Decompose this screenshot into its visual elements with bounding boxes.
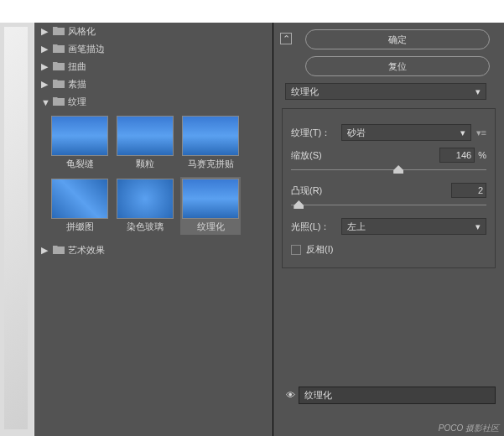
chevron-down-icon: ▾	[475, 221, 481, 232]
relief-label: 凸现(R)	[291, 184, 451, 197]
chevron-right-icon: ▶	[41, 44, 49, 54]
thumb-image	[117, 116, 174, 156]
visibility-eye-icon[interactable]: 👁	[282, 390, 299, 400]
category-distort[interactable]: ▶ 扭曲	[34, 58, 273, 75]
scale-slider[interactable]	[291, 164, 486, 176]
filter-gallery-dialog: ▶ 风格化 ▶ 画笔描边 ▶ 扭曲 ▶ 素描 ▼ 纹理 龟裂缝 颗粒 马赛克拼贴	[34, 23, 504, 436]
scale-suffix: %	[478, 150, 486, 160]
scale-input[interactable]	[439, 148, 475, 163]
folder-icon	[53, 44, 65, 54]
category-label: 画笔描边	[68, 43, 105, 55]
slider-thumb[interactable]	[393, 165, 403, 174]
chevron-down-icon: ▼	[41, 97, 49, 107]
stack-item[interactable]: 纹理化	[299, 387, 496, 404]
relief-input[interactable]	[451, 183, 486, 198]
thumb-grain[interactable]: 颗粒	[115, 114, 175, 172]
thumb-label: 纹理化	[197, 221, 225, 231]
texture-select[interactable]: 砂岩 ▾	[341, 124, 471, 141]
filter-stack: 👁 纹理化	[282, 386, 496, 404]
thumb-label: 龟裂缝	[66, 158, 94, 169]
chevron-right-icon: ▶	[41, 61, 49, 72]
chevron-down-icon: ▾	[475, 86, 481, 97]
category-label: 风格化	[68, 25, 96, 38]
top-whitespace	[0, 0, 504, 23]
ok-button[interactable]: 确定	[305, 29, 490, 49]
thumb-image	[51, 116, 108, 156]
thumb-mosaic-tiles[interactable]: 马赛克拼贴	[180, 114, 241, 172]
folder-icon	[53, 61, 65, 72]
thumb-label: 颗粒	[136, 158, 154, 169]
slider-track	[291, 205, 486, 205]
settings-group: 纹理(T)： 砂岩 ▾ ▾≡ 缩放(S) % 凸现(R)	[282, 108, 496, 268]
collapse-icon[interactable]: ⌃	[280, 33, 292, 44]
reset-button[interactable]: 复位	[305, 56, 490, 76]
folder-icon	[53, 79, 65, 90]
category-label: 艺术效果	[68, 244, 105, 257]
slider-track	[291, 169, 486, 170]
texture-thumbnails: 龟裂缝 颗粒 马赛克拼贴 拼缀图 染色玻璃 纹理化	[34, 111, 273, 241]
thumb-texturizer[interactable]: 纹理化	[180, 177, 241, 235]
thumb-label: 染色玻璃	[127, 221, 164, 231]
category-stylize[interactable]: ▶ 风格化	[34, 23, 273, 40]
thumb-image	[51, 179, 108, 219]
category-label: 素描	[68, 78, 86, 91]
folder-icon	[53, 26, 65, 37]
thumb-patchwork[interactable]: 拼缀图	[49, 177, 110, 235]
thumb-stained-glass[interactable]: 染色玻璃	[115, 177, 175, 235]
thumb-image	[182, 116, 239, 156]
thumb-image	[182, 179, 239, 219]
filter-settings-panel: ⌃ 确定 复位 纹理化 ▾ 纹理(T)： 砂岩 ▾ ▾≡ 缩放(S) %	[273, 23, 504, 436]
relief-slider[interactable]	[291, 200, 486, 211]
texture-label: 纹理(T)：	[291, 127, 341, 139]
category-label: 扭曲	[68, 60, 86, 73]
chevron-right-icon: ▶	[41, 79, 49, 90]
light-select[interactable]: 左上 ▾	[341, 218, 486, 235]
flyout-menu-icon[interactable]: ▾≡	[476, 127, 486, 138]
filter-select[interactable]: 纹理化 ▾	[285, 83, 486, 100]
invert-checkbox[interactable]	[291, 245, 301, 255]
category-sketch[interactable]: ▶ 素描	[34, 75, 273, 93]
thumb-label: 马赛克拼贴	[188, 158, 234, 169]
invert-label: 反相(I)	[306, 243, 333, 256]
chevron-down-icon: ▾	[460, 127, 465, 138]
light-select-value: 左上	[347, 221, 366, 233]
texture-select-value: 砂岩	[347, 127, 366, 139]
category-texture[interactable]: ▼ 纹理	[34, 93, 273, 111]
filter-categories-panel: ▶ 风格化 ▶ 画笔描边 ▶ 扭曲 ▶ 素描 ▼ 纹理 龟裂缝 颗粒 马赛克拼贴	[34, 23, 273, 436]
thumb-image	[117, 179, 174, 219]
folder-icon	[53, 245, 65, 256]
thumb-craquelure[interactable]: 龟裂缝	[49, 114, 110, 172]
folder-icon	[53, 96, 65, 107]
left-texture-strip	[0, 23, 34, 436]
thumb-label: 拼缀图	[66, 221, 94, 231]
watermark: POCO 摄影社区	[439, 423, 499, 434]
chevron-right-icon: ▶	[41, 26, 49, 37]
scale-label: 缩放(S)	[291, 149, 439, 162]
slider-thumb[interactable]	[294, 200, 304, 209]
light-label: 光照(L)：	[291, 221, 341, 233]
category-brush-strokes[interactable]: ▶ 画笔描边	[34, 40, 273, 58]
category-label: 纹理	[68, 96, 86, 108]
chevron-right-icon: ▶	[41, 245, 49, 256]
filter-select-value: 纹理化	[291, 86, 319, 98]
category-artistic[interactable]: ▶ 艺术效果	[34, 241, 273, 259]
